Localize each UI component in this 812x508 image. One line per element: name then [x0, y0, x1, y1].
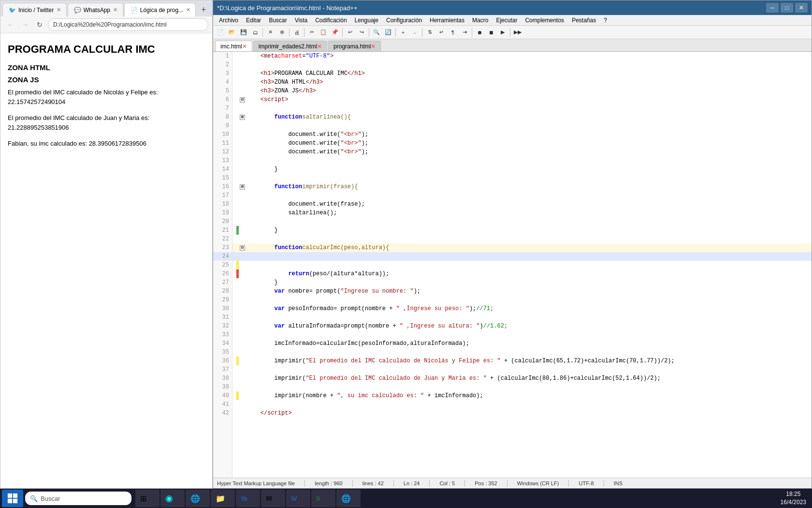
tool-paste[interactable]: 📌 — [330, 27, 340, 38]
browser-tab-logica-close[interactable]: ✕ — [186, 7, 190, 13]
browser-tab-whatsapp-close[interactable]: ✕ — [113, 7, 117, 13]
menu-configuracion[interactable]: Configuración — [382, 15, 426, 26]
output-line3: Fabian, su imc calculado es: 28.39506172… — [8, 139, 205, 149]
browser-tab-whatsapp[interactable]: 💬 WhatsApp ✕ — [68, 3, 123, 16]
menu-pestanas[interactable]: Pestañas — [568, 15, 600, 26]
tool-open[interactable]: 📂 — [227, 27, 237, 38]
tool-macro-stop[interactable]: ⏹ — [486, 27, 496, 38]
menu-lenguaje[interactable]: Lenguaje — [351, 15, 382, 26]
refresh-button[interactable]: ↻ — [33, 18, 46, 31]
clock-date: 16/4/2023 — [781, 498, 806, 507]
tool-macro-rec[interactable]: ⏺ — [474, 27, 485, 38]
tool-indent[interactable]: ⇥ — [459, 27, 470, 38]
tool-redo[interactable]: ↪ — [356, 27, 367, 38]
taskview-button[interactable]: ⊞ — [135, 490, 160, 507]
maximize-button[interactable]: □ — [781, 3, 793, 13]
menu-vista[interactable]: Vista — [291, 15, 311, 26]
taskbar-app-cortana[interactable]: ◉ — [160, 490, 185, 507]
menu-codificacion[interactable]: Codificación — [311, 15, 350, 26]
tool-zoom-in[interactable]: + — [398, 27, 408, 38]
code-line-19: saltarlinea(); — [232, 209, 812, 217]
browser-tab-logica[interactable]: 📄 Lógica de prog... ✕ — [124, 3, 196, 16]
taskbar-app-chrome[interactable]: 🌐 — [336, 490, 361, 507]
svg-rect-1 — [13, 493, 17, 498]
browser-tab-twitter[interactable]: 🐦 Inicio / Twitter ✕ — [2, 3, 67, 16]
code-line-21: } — [232, 226, 812, 235]
toolbar-sep5 — [369, 28, 369, 37]
zone-js-heading: ZONA JS — [8, 75, 205, 84]
menu-buscar[interactable]: Buscar — [265, 15, 290, 26]
tool-macro-play[interactable]: ▶ — [497, 27, 508, 38]
notepad-titlebar: *D:\Logica de Programacion\imc.html - No… — [213, 0, 812, 15]
statusbar-sep7 — [568, 480, 569, 487]
taskbar-app-word[interactable]: W — [286, 490, 310, 507]
statusbar-lines: lines : 42 — [362, 480, 384, 486]
menu-macro[interactable]: Macro — [468, 15, 492, 26]
code-line-24 — [232, 252, 812, 261]
tool-word-wrap[interactable]: ↵ — [436, 27, 447, 38]
tool-new[interactable]: 📄 — [215, 27, 226, 38]
code-editor-area[interactable]: <meta charset="UTF-8"> <h1>PROGRAMA CALC… — [232, 52, 812, 478]
code-line-5: <h3>ZONA JS</h3> — [232, 87, 812, 95]
code-line-25 — [232, 261, 812, 269]
tool-run[interactable]: ▶▶ — [512, 27, 523, 38]
minimize-button[interactable]: ─ — [766, 3, 779, 13]
toolbar-sep4 — [342, 28, 343, 37]
tool-replace[interactable]: 🔄 — [383, 27, 393, 38]
taskbar-app-store[interactable]: 🛍 — [236, 490, 260, 507]
notepad-statusbar: Hyper Text Markup Language file length :… — [213, 478, 812, 488]
statusbar-filetype: Hyper Text Markup Language file — [217, 480, 295, 486]
tool-save[interactable]: 💾 — [238, 27, 249, 38]
new-tab-button[interactable]: + — [197, 3, 210, 16]
menu-archivo[interactable]: Archivo — [215, 15, 242, 26]
menu-help[interactable]: ? — [600, 15, 611, 26]
menu-ejecutar[interactable]: Ejecutar — [492, 15, 521, 26]
code-line-4: <h3>ZONA HTML</h3> — [232, 78, 812, 87]
address-bar-text: D:/Logica%20de%20Programacion/imc.html — [53, 21, 167, 28]
browser-tab-twitter-label: Inicio / Twitter — [18, 7, 54, 14]
code-line-18: document.write(frase); — [232, 200, 812, 209]
taskbar-app-excel[interactable]: X — [311, 490, 335, 507]
taskbar-app-fileexplorer[interactable]: 📁 — [211, 490, 235, 507]
forward-button[interactable]: → — [19, 18, 31, 31]
address-bar[interactable]: D:/Logica%20de%20Programacion/imc.html — [48, 18, 208, 31]
menu-editar[interactable]: Editar — [242, 15, 265, 26]
tool-close-all[interactable]: ⊗ — [276, 27, 287, 38]
doc-tab-programa[interactable]: programa.html ✕ — [328, 41, 381, 51]
toolbar-sep8 — [472, 28, 472, 37]
tool-save-all[interactable]: 🗂 — [250, 27, 261, 38]
tool-undo[interactable]: ↩ — [345, 27, 355, 38]
code-line-9 — [232, 121, 812, 130]
tool-copy[interactable]: 📋 — [318, 27, 329, 38]
tool-all-chars[interactable]: ¶ — [448, 27, 458, 38]
statusbar-ln: Ln : 24 — [404, 480, 420, 486]
start-button[interactable] — [2, 490, 23, 507]
tool-cut[interactable]: ✂ — [306, 27, 317, 38]
clock-time: 18:25 — [781, 490, 806, 498]
tool-print[interactable]: 🖨 — [291, 27, 302, 38]
close-button[interactable]: ✕ — [795, 3, 808, 13]
tool-sync-scroll[interactable]: ⇅ — [424, 27, 435, 38]
taskbar-search-box[interactable]: 🔍 Buscar — [25, 492, 131, 505]
code-line-30: var pesoInformado= prompt(nombre + " ,In… — [232, 304, 812, 313]
doc-tab-imprimir[interactable]: imprimir_edades2.html ✕ — [253, 41, 327, 51]
tool-close[interactable]: ✕ — [265, 27, 276, 38]
code-line-28: var nombre= prompt("Ingrese su nombre: "… — [232, 287, 812, 296]
statusbar-length: length : 960 — [315, 480, 343, 486]
svg-rect-3 — [13, 499, 17, 503]
tool-zoom-out[interactable]: - — [409, 27, 420, 38]
browser-tab-twitter-close[interactable]: ✕ — [57, 7, 61, 13]
code-line-27: } — [232, 278, 812, 287]
word-icon: W — [291, 495, 297, 502]
code-line-8: ⊞ function saltarlinea(){ — [232, 113, 812, 121]
code-line-36: imprimir("El promedio del IMC calculado … — [232, 357, 812, 365]
tool-find[interactable]: 🔍 — [371, 27, 382, 38]
statusbar-sep1 — [304, 480, 305, 487]
taskview-icon: ⊞ — [140, 494, 146, 503]
doc-tab-imc[interactable]: imc.html ✕ — [215, 41, 252, 51]
menu-herramientas[interactable]: Herramientas — [426, 15, 468, 26]
back-button[interactable]: ← — [4, 18, 17, 31]
taskbar-app-edge[interactable]: 🌐 — [186, 490, 210, 507]
taskbar-app-mail[interactable]: ✉ — [261, 490, 285, 507]
menu-complementos[interactable]: Complementos — [521, 15, 568, 26]
